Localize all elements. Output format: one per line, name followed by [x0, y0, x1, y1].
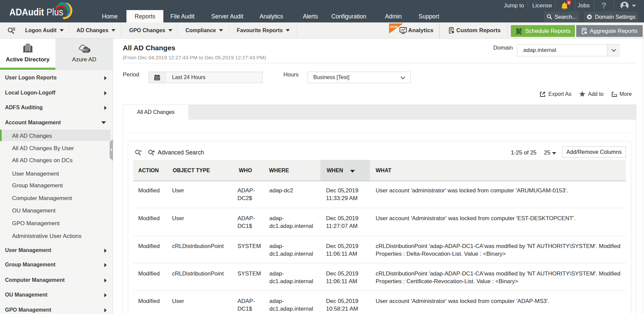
svg-text:NEW: NEW [390, 25, 398, 28]
